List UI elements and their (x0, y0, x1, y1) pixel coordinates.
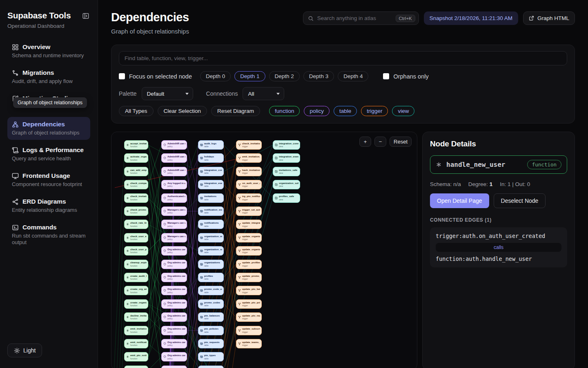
graph-node-table[interactable]: integration_connectable (198, 167, 224, 176)
graph-node-function[interactable]: check_user_exists_function (124, 233, 148, 242)
graph-node-table[interactable]: pto_typestable (198, 352, 224, 361)
graph-node-table[interactable]: notification_eventtable (198, 206, 224, 216)
reset-view-button[interactable]: Reset (390, 137, 412, 147)
graph-node-trigger[interactable]: on_auth_user_creattrigger (236, 180, 262, 189)
depth-pill-depth-4[interactable]: Depth 4 (338, 71, 368, 81)
focus-checkbox[interactable] (119, 73, 125, 79)
graph-node-table[interactable]: organization_membetable (198, 233, 224, 242)
graph-node-table[interactable]: organizationstable (198, 260, 224, 269)
snapshot-button[interactable]: Snapshot 2/18/2026, 11:21:30 AM (424, 11, 518, 25)
graph-node-function[interactable]: check_user_permissfunction (124, 246, 148, 256)
graph-node-policy[interactable]: Managers can updatpolicy (161, 206, 187, 216)
graph-node-table[interactable]: invitationstable (198, 193, 224, 203)
theme-toggle-button[interactable]: Light (7, 343, 42, 357)
graph-node-policy[interactable]: Org admins can manpolicy (161, 312, 187, 322)
graph-node-trigger[interactable]: update_profiles_uptrigger (236, 260, 262, 269)
graph-node-table[interactable]: pto_balancestable (198, 312, 224, 322)
deselect-node-button[interactable]: Deselect Node (494, 193, 546, 208)
graph-node-trigger[interactable]: hash_invitation_totrigger (236, 167, 262, 176)
graph-node-trigger[interactable]: trg_pto_notificatitrigger (236, 193, 262, 203)
graph-node-policy[interactable]: Authenticated userpolicy (161, 193, 187, 203)
graph-node-trigger[interactable]: update_pto_balancetrigger (236, 286, 262, 295)
type-filter-trigger[interactable]: trigger (361, 106, 388, 116)
graph-node-function[interactable]: create_organizatiofunction (124, 299, 148, 309)
zoom-in-button[interactable]: + (359, 137, 371, 147)
sidebar-item-dependencies[interactable]: DependenciesGraph of object relationship… (7, 117, 90, 140)
graph-node-trigger[interactable]: update_teams_updattrigger (236, 339, 262, 348)
graph-node-function[interactable]: can_add_employeefunction (124, 167, 148, 176)
graph-node-policy[interactable]: Managers can viewpolicy (161, 233, 187, 242)
type-filter-view[interactable]: view (392, 106, 414, 116)
graph-node-policy[interactable]: Org admins can manpolicy (161, 286, 187, 295)
graph-node-trigger[interactable]: check_invitation_etrigger (236, 140, 262, 150)
sidebar-item-overview[interactable]: OverviewSchema and runtime inventory (7, 40, 90, 63)
graph-node-view[interactable]: invitations_safeview (273, 167, 300, 176)
selected-node-card[interactable]: handle_new_user function (430, 155, 567, 174)
find-node-input[interactable] (119, 51, 567, 65)
sidebar-item-migrations[interactable]: MigrationsAudit, drift, and apply flow (7, 65, 90, 88)
graph-node-policy[interactable]: Org admins can manpolicy (161, 273, 187, 282)
graph-node-function[interactable]: accept_invitationfunction (124, 140, 148, 150)
graph-node-table[interactable]: pto_policiestable (198, 326, 224, 335)
all-types-button[interactable]: All Types (119, 106, 154, 116)
graph-node-function[interactable]: check_company_namfunction (124, 180, 148, 189)
graph-node-function[interactable]: check_promo_codefunction (124, 206, 148, 216)
graph-node-table[interactable]: pto_requeststable (198, 339, 224, 348)
graph-node-trigger[interactable]: update_subscriptiotrigger (236, 326, 262, 335)
graph-node-function[interactable]: check_rate_limitfunction (124, 220, 148, 229)
dependency-graph-canvas[interactable]: accept_invitationfunctionactivate_organi… (111, 132, 417, 368)
sidebar-item-logs-performance[interactable]: Logs & PerformanceQuery and service heal… (7, 143, 90, 166)
graph-node-view[interactable]: integration_connecview (273, 140, 300, 150)
sidebar-item-frontend-usage[interactable]: Frontend UsageComponent resource footpri… (7, 168, 90, 191)
clear-selection-button[interactable]: Clear Selection (158, 106, 207, 116)
graph-node-function[interactable]: emit_pto_notificatfunction (124, 352, 148, 361)
graph-node-trigger[interactable]: update_promo_codestrigger (236, 273, 262, 282)
graph-node-view[interactable]: profiles_safeview (273, 193, 300, 203)
graph-node-function[interactable]: create_org_with_owfunction (124, 286, 148, 295)
graph-node-trigger[interactable]: update_pto_policietrigger (236, 299, 262, 309)
graph-node-trigger[interactable]: update_integrationtrigger (236, 220, 262, 229)
graph-node-function[interactable]: emit_notification_function (124, 339, 148, 348)
graph-node-policy[interactable]: Org admins can manpolicy (161, 326, 187, 335)
graph-node-table[interactable]: notificationstable (198, 220, 224, 229)
graph-node-table[interactable]: organization_subsctable (198, 246, 224, 256)
graph-node-function[interactable]: activate_organizatfunction (124, 153, 148, 163)
graph-node-policy[interactable]: Any logged in userpolicy (161, 180, 187, 189)
graph-node-trigger[interactable]: update_organizatiotrigger (236, 246, 262, 256)
graph-node-policy[interactable]: Admin/HR can inserpolicy (161, 140, 187, 150)
graph-node-table[interactable]: push_subscriptionstable (198, 366, 224, 368)
sidebar-item-commands[interactable]: CommandsRun sbt commands and stream outp… (7, 220, 90, 249)
open-detail-page-button[interactable]: Open Detail Page (430, 193, 489, 208)
graph-node-function[interactable]: decline_invitationfunction (124, 312, 148, 322)
graph-node-policy[interactable]: Org admins can manpolicy (161, 260, 187, 269)
connections-select[interactable]: All (243, 87, 284, 100)
graph-node-policy[interactable]: Org admins can manpolicy (161, 352, 187, 361)
graph-node-function[interactable]: check_invitation_efunction (124, 193, 148, 203)
graph-node-function[interactable]: cleanup_expired_rafunction (124, 260, 148, 269)
depth-pill-depth-0[interactable]: Depth 0 (200, 71, 231, 81)
collapse-sidebar-button[interactable] (81, 11, 90, 20)
graph-node-trigger[interactable]: trigger_set_activetrigger (236, 206, 262, 216)
graph-node-function[interactable]: emit_invitation_crfunction (124, 326, 148, 335)
global-search-input[interactable]: Search anything in atlas Ctrl+K (303, 11, 419, 25)
zoom-out-button[interactable]: − (374, 137, 386, 147)
type-filter-policy[interactable]: policy (304, 106, 330, 116)
depth-pill-depth-3[interactable]: Depth 3 (303, 71, 334, 81)
graph-node-table[interactable]: profilestable (198, 273, 224, 282)
sidebar-item-erd-diagrams[interactable]: ERD DiagramsEntity relationship diagrams (7, 194, 90, 217)
graph-node-policy[interactable]: Managers can viewpolicy (161, 220, 187, 229)
orphans-checkbox[interactable] (383, 73, 389, 79)
graph-node-table[interactable]: promo_codestable (198, 299, 224, 309)
graph-node-view[interactable]: integration_eventsview (273, 153, 300, 163)
type-filter-table[interactable]: table (334, 106, 357, 116)
graph-node-trigger[interactable]: update_organizatiotrigger (236, 233, 262, 242)
graph-node-table[interactable]: integration_eventstable (198, 180, 224, 189)
graph-node-view[interactable]: organization_subscview (273, 180, 300, 189)
graph-node-function[interactable]: create_audit_logfunction (124, 273, 148, 282)
graph-node-policy[interactable]: Org admins can updpolicy (161, 366, 187, 368)
graph-node-policy[interactable]: Admin/HR can updatpolicy (161, 153, 187, 163)
graph-html-button[interactable]: Graph HTML (523, 11, 575, 25)
graph-node-function[interactable]: get_invitation_by_function (124, 366, 148, 368)
palette-select[interactable]: Default (142, 87, 193, 100)
reset-diagram-button[interactable]: Reset Diagram (211, 106, 260, 116)
